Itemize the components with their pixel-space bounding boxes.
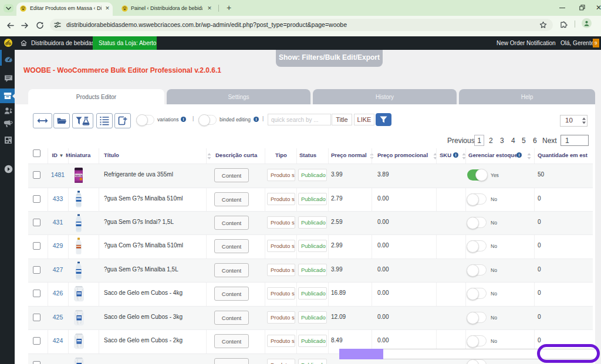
svg-text:FANTA: FANTA: [75, 174, 82, 177]
